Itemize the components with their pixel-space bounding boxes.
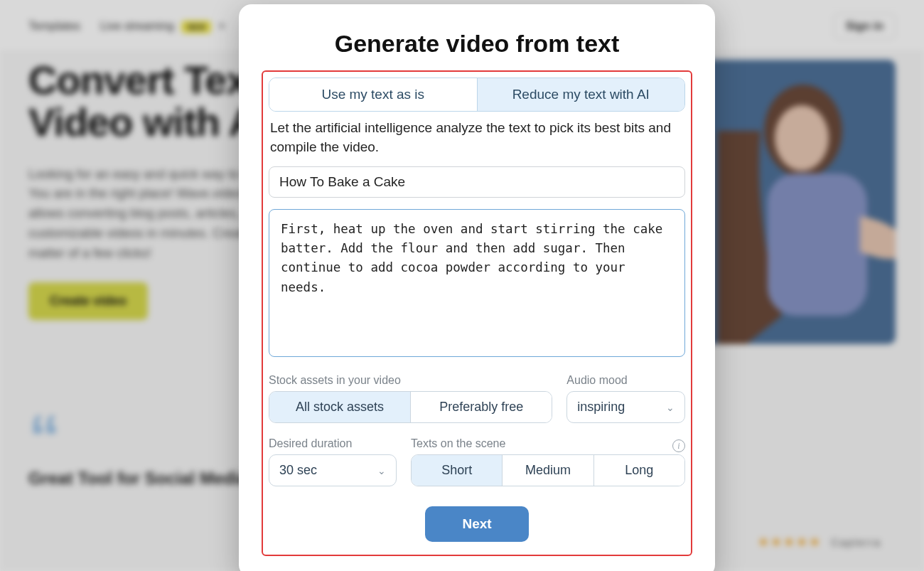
texts-scene-label: Texts on the scene [411, 437, 505, 450]
modal-form-highlight: Use my text as is Reduce my text with AI… [262, 70, 692, 556]
texts-short[interactable]: Short [412, 455, 502, 486]
mode-use-as-is[interactable]: Use my text as is [269, 78, 477, 111]
texts-long[interactable]: Long [593, 455, 684, 486]
modal-title: Generate video from text [262, 30, 692, 58]
duration-label: Desired duration [269, 437, 397, 450]
audio-mood-value: inspiring [577, 400, 625, 415]
text-mode-segmented: Use my text as is Reduce my text with AI [269, 78, 685, 112]
next-button[interactable]: Next [425, 506, 529, 542]
audio-mood-select[interactable]: inspiring ⌄ [566, 391, 685, 423]
chevron-down-icon: ⌄ [377, 465, 386, 476]
stock-assets-segmented: All stock assets Preferably free [269, 391, 552, 423]
mode-reduce-ai[interactable]: Reduce my text with AI [477, 78, 685, 111]
mode-description: Let the artificial intelligence analyze … [270, 119, 684, 156]
duration-select[interactable]: 30 sec ⌄ [269, 454, 397, 486]
stock-all[interactable]: All stock assets [269, 392, 410, 422]
chevron-down-icon: ⌄ [666, 402, 675, 413]
info-icon[interactable]: i [672, 439, 685, 452]
stock-assets-label: Stock assets in your video [269, 374, 552, 387]
audio-mood-label: Audio mood [566, 374, 685, 387]
duration-value: 30 sec [279, 463, 317, 478]
video-title-input[interactable] [269, 166, 685, 198]
generate-video-modal: Generate video from text Use my text as … [239, 4, 715, 571]
texts-scene-segmented: Short Medium Long [411, 454, 685, 486]
video-body-textarea[interactable] [269, 209, 685, 357]
stock-free[interactable]: Preferably free [410, 392, 552, 422]
texts-medium[interactable]: Medium [502, 455, 593, 486]
